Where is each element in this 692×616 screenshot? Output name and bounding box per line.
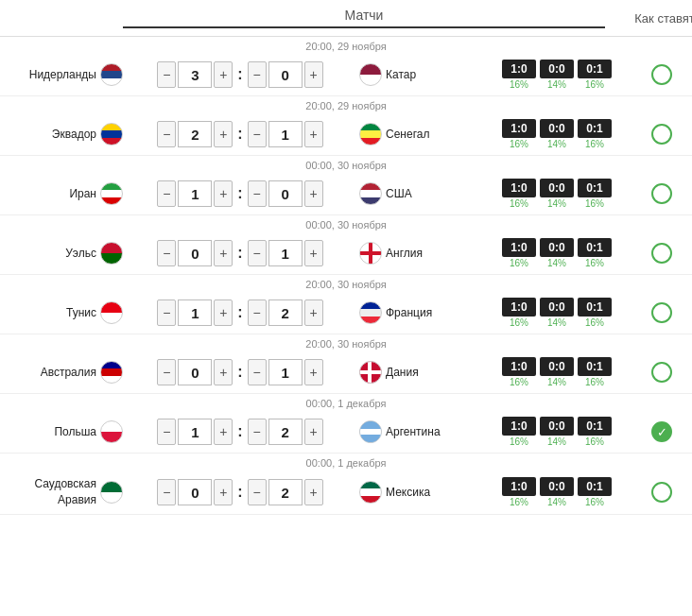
plus2-btn-4[interactable]: + (304, 299, 323, 326)
odd-value-1-2[interactable]: 0:1 (578, 119, 612, 138)
score-section-6: − 1 + : − 2 + (127, 419, 354, 445)
plus2-btn-3[interactable]: + (304, 240, 323, 266)
plus1-btn-6[interactable]: + (214, 419, 233, 445)
minus2-btn-4[interactable]: − (248, 299, 267, 326)
minus1-btn-3[interactable]: − (157, 240, 176, 266)
odd-box-5-1[interactable]: 0:0 14% (540, 357, 574, 387)
double-icon-6[interactable]: ✓ (651, 421, 672, 442)
odd-box-6-1[interactable]: 0:0 14% (540, 417, 574, 447)
odd-value-2-0[interactable]: 1:0 (502, 179, 536, 197)
plus2-btn-7[interactable]: + (304, 479, 323, 505)
odd-value-7-0[interactable]: 1:0 (502, 477, 536, 496)
plus2-btn-0[interactable]: + (304, 61, 323, 88)
score-colon-0: : (237, 66, 242, 83)
odd-box-1-2[interactable]: 0:1 16% (578, 119, 612, 149)
odd-box-7-2[interactable]: 0:1 16% (578, 477, 612, 507)
odd-box-0-0[interactable]: 1:0 16% (502, 60, 536, 90)
odd-value-6-1[interactable]: 0:0 (540, 417, 574, 436)
odd-value-1-1[interactable]: 0:0 (540, 119, 574, 138)
double-icon-5[interactable] (651, 362, 672, 383)
odd-pct-1-2: 16% (585, 139, 604, 149)
odd-value-5-1[interactable]: 0:0 (540, 357, 574, 376)
double-icon-4[interactable] (651, 302, 672, 323)
odd-value-0-1[interactable]: 0:0 (540, 60, 574, 78)
double-icon-7[interactable] (651, 482, 672, 503)
plus1-btn-2[interactable]: + (214, 180, 233, 207)
plus1-btn-5[interactable]: + (214, 359, 233, 385)
minus2-btn-7[interactable]: − (248, 479, 267, 505)
minus1-btn-1[interactable]: − (157, 121, 176, 147)
odd-box-7-1[interactable]: 0:0 14% (540, 477, 574, 507)
minus1-btn-6[interactable]: − (157, 419, 176, 445)
match-date-1: 20:00, 29 ноября (0, 96, 692, 113)
odd-box-2-1[interactable]: 0:0 14% (540, 179, 574, 209)
plus1-btn-1[interactable]: + (214, 121, 233, 147)
odd-box-0-2[interactable]: 0:1 16% (578, 60, 612, 90)
double-icon-3[interactable] (651, 243, 672, 264)
double-icon-1[interactable] (651, 124, 672, 145)
plus1-btn-0[interactable]: + (214, 61, 233, 88)
minus2-btn-1[interactable]: − (248, 121, 267, 147)
minus1-btn-4[interactable]: − (157, 299, 176, 326)
minus2-btn-5[interactable]: − (248, 359, 267, 385)
odd-box-2-0[interactable]: 1:0 16% (502, 179, 536, 209)
odd-box-2-2[interactable]: 0:1 16% (578, 179, 612, 209)
odd-box-4-0[interactable]: 1:0 16% (502, 298, 536, 328)
odd-value-6-0[interactable]: 1:0 (502, 417, 536, 436)
team1-6: Польша (4, 420, 127, 443)
odd-value-5-2[interactable]: 0:1 (578, 357, 612, 376)
plus1-btn-3[interactable]: + (214, 240, 233, 266)
odd-box-1-1[interactable]: 0:0 14% (540, 119, 574, 149)
odd-box-5-0[interactable]: 1:0 16% (502, 357, 536, 387)
odd-value-4-0[interactable]: 1:0 (502, 298, 536, 317)
odd-box-4-1[interactable]: 0:0 14% (540, 298, 574, 328)
minus1-btn-5[interactable]: − (157, 359, 176, 385)
odd-value-4-1[interactable]: 0:0 (540, 298, 574, 317)
odd-value-1-0[interactable]: 1:0 (502, 119, 536, 138)
odd-box-5-2[interactable]: 0:1 16% (578, 357, 612, 387)
minus2-btn-3[interactable]: − (248, 240, 267, 266)
odd-pct-7-2: 16% (585, 497, 604, 507)
minus1-btn-7[interactable]: − (157, 479, 176, 505)
flag2-3 (359, 242, 382, 265)
minus1-btn-0[interactable]: − (157, 61, 176, 88)
odd-box-7-0[interactable]: 1:0 16% (502, 477, 536, 507)
odd-value-7-1[interactable]: 0:0 (540, 477, 574, 496)
odd-box-6-2[interactable]: 0:1 16% (578, 417, 612, 447)
minus2-btn-0[interactable]: − (248, 61, 267, 88)
plus2-btn-2[interactable]: + (304, 180, 323, 207)
plus1-btn-7[interactable]: + (214, 479, 233, 505)
odd-value-3-0[interactable]: 1:0 (502, 238, 536, 257)
odd-box-6-0[interactable]: 1:0 16% (502, 417, 536, 447)
odd-box-3-2[interactable]: 0:1 16% (578, 238, 612, 268)
odd-box-4-2[interactable]: 0:1 16% (578, 298, 612, 328)
odd-box-0-1[interactable]: 0:0 14% (540, 60, 574, 90)
plus2-btn-1[interactable]: + (304, 121, 323, 147)
odd-value-0-0[interactable]: 1:0 (502, 60, 536, 78)
minus2-btn-2[interactable]: − (248, 180, 267, 207)
plus2-btn-5[interactable]: + (304, 359, 323, 385)
flag2-1 (359, 123, 382, 145)
odd-value-3-2[interactable]: 0:1 (578, 238, 612, 257)
plus2-btn-6[interactable]: + (304, 419, 323, 445)
odd-value-4-2[interactable]: 0:1 (578, 298, 612, 317)
minus2-btn-6[interactable]: − (248, 419, 267, 445)
team1-0: Нидерланды (4, 63, 127, 86)
odd-box-3-1[interactable]: 0:0 14% (540, 238, 574, 268)
double-icon-2[interactable] (651, 183, 672, 204)
plus1-btn-4[interactable]: + (214, 299, 233, 326)
odd-value-7-2[interactable]: 0:1 (578, 477, 612, 496)
team2-7: Мексика (354, 481, 476, 504)
odd-value-2-1[interactable]: 0:0 (540, 179, 574, 197)
minus1-btn-2[interactable]: − (157, 180, 176, 207)
odd-box-1-0[interactable]: 1:0 16% (502, 119, 536, 149)
odd-value-3-1[interactable]: 0:0 (540, 238, 574, 257)
double-icon-0[interactable] (651, 64, 672, 85)
score1-val-4: 1 (178, 299, 212, 326)
score-section-0: − 3 + : − 0 + (127, 61, 354, 88)
odd-value-6-2[interactable]: 0:1 (578, 417, 612, 436)
odd-value-0-2[interactable]: 0:1 (578, 60, 612, 78)
odd-value-2-2[interactable]: 0:1 (578, 179, 612, 197)
odd-value-5-0[interactable]: 1:0 (502, 357, 536, 376)
odd-box-3-0[interactable]: 1:0 16% (502, 238, 536, 268)
